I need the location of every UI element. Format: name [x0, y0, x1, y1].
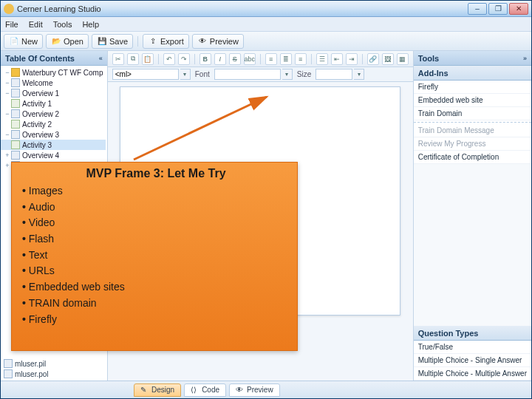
maximize-button[interactable]: ❐	[488, 3, 508, 15]
bold-icon[interactable]: B	[200, 53, 211, 65]
save-button[interactable]: 💾Save	[92, 34, 133, 49]
preview-icon: 👁	[236, 386, 245, 395]
collapse-icon[interactable]: «	[99, 55, 103, 62]
callout-item: Embedded web sites	[22, 279, 290, 296]
new-button[interactable]: 📄New	[4, 34, 43, 49]
export-button[interactable]: ⇪Export	[143, 34, 189, 49]
page-icon	[11, 130, 20, 139]
ml-input[interactable]	[112, 69, 179, 80]
table-icon[interactable]: ▦	[397, 53, 409, 65]
tools-header: Tools »	[414, 51, 531, 66]
qtype-item[interactable]: Multiple Choice - Multiple Answer	[414, 367, 531, 381]
callout-overlay: MVP Frame 3: Let Me Try Images Audio Vid…	[11, 162, 298, 351]
link-icon[interactable]: 🔗	[367, 53, 379, 65]
app-icon	[4, 4, 14, 14]
task-file[interactable]: mluser.pil	[2, 358, 50, 369]
paste-icon[interactable]: 📋	[142, 53, 154, 65]
italic-icon[interactable]: I	[214, 53, 226, 65]
chevron-down-icon[interactable]: ▾	[180, 69, 191, 80]
addin-item[interactable]: Train Domain	[414, 107, 531, 120]
undo-icon[interactable]: ↶	[163, 53, 175, 65]
list-icon[interactable]: ☰	[316, 53, 328, 65]
view-tab-code[interactable]: ⟨⟩Code	[184, 383, 226, 397]
callout-item: Firefly	[22, 312, 290, 328]
open-button[interactable]: 📂Open	[46, 34, 89, 49]
menu-file[interactable]: File	[5, 20, 18, 29]
abc-icon[interactable]: abc	[244, 53, 256, 65]
font-toolbar: ▾ Font ▾ Size ▾	[108, 67, 413, 82]
chevron-down-icon[interactable]: ▾	[354, 69, 364, 80]
strike-icon[interactable]: S	[229, 53, 241, 65]
design-icon: ✎	[140, 386, 149, 395]
tree-node[interactable]: −Overview 3	[1, 129, 106, 140]
qtype-item[interactable]: Multiple Choice - Single Answer	[414, 354, 531, 367]
addin-item[interactable]: Firefly	[414, 81, 531, 94]
tree-node[interactable]: Activity 2	[1, 119, 106, 129]
menu-help[interactable]: Help	[82, 20, 99, 29]
app-window: Cerner Learning Studio – ❐ ✕ File Edit T…	[0, 0, 532, 399]
tree-project[interactable]: −Waterbury CT WF Comp	[1, 67, 106, 78]
separator	[158, 54, 159, 64]
callout-title: MVP Frame 3: Let Me Try	[22, 167, 290, 180]
callout-item: Video	[22, 215, 290, 231]
collapse-icon[interactable]: »	[523, 55, 527, 62]
close-button[interactable]: ✕	[509, 3, 528, 15]
menu-edit[interactable]: Edit	[29, 20, 43, 29]
ml-combo[interactable]: ▾	[112, 69, 191, 80]
task-files: mluser.pil mluser.pol	[2, 358, 50, 379]
callout-item: TRAIN domain	[22, 296, 290, 312]
tree-node[interactable]: −Overview 2	[1, 109, 106, 119]
font-input[interactable]	[214, 69, 281, 80]
page-icon	[11, 151, 20, 160]
window-title: Cerner Learning Studio	[17, 4, 101, 13]
preview-button[interactable]: 👁Preview	[192, 34, 244, 49]
qtypes-list: True/False Multiple Choice - Single Answ…	[414, 341, 531, 381]
indent-icon[interactable]: ⇥	[346, 53, 358, 65]
callout-item: Audio	[22, 200, 290, 216]
chevron-down-icon[interactable]: ▾	[282, 69, 293, 80]
page-icon	[11, 109, 20, 118]
toolbar-separator	[137, 36, 138, 47]
tree-node-selected[interactable]: Activity 3	[1, 140, 106, 150]
view-tab-preview[interactable]: 👁Preview	[229, 383, 280, 397]
toc-title: Table Of Contents	[5, 54, 75, 63]
size-combo[interactable]: ▾	[316, 69, 364, 80]
redo-icon[interactable]: ↷	[178, 53, 190, 65]
cut-icon[interactable]: ✂	[112, 53, 124, 65]
separator	[260, 54, 261, 64]
addin-item[interactable]: Embedded web site	[414, 94, 531, 107]
copy-icon[interactable]: ⧉	[127, 53, 139, 65]
open-icon: 📂	[51, 36, 61, 47]
tree-node[interactable]: +Overview 4	[1, 150, 106, 160]
tree-node[interactable]: −Welcome	[1, 78, 106, 88]
image-icon[interactable]: 🖼	[382, 53, 394, 65]
separator	[311, 54, 312, 64]
qtype-item[interactable]: True/False	[414, 341, 531, 354]
size-input[interactable]	[316, 69, 352, 80]
callout-item: Text	[22, 248, 290, 264]
new-icon: 📄	[9, 36, 19, 47]
tree-node[interactable]: −Overview 1	[1, 88, 106, 98]
font-combo[interactable]: ▾	[214, 69, 293, 80]
page-icon	[11, 89, 20, 98]
minimize-button[interactable]: –	[468, 3, 487, 15]
view-tab-design[interactable]: ✎Design	[134, 383, 181, 397]
save-icon: 💾	[97, 36, 107, 47]
task-file[interactable]: mluser.pol	[2, 369, 50, 379]
addin-item[interactable]: Certificate of Completion	[414, 151, 531, 164]
callout-item: Images	[22, 183, 290, 200]
addin-item[interactable]: Train Domain Message	[414, 124, 531, 137]
qtypes-title: Question Types	[418, 329, 479, 338]
menu-tools[interactable]: Tools	[53, 20, 72, 29]
activity-icon	[11, 120, 20, 129]
addin-item[interactable]: Review My Progress	[414, 137, 531, 151]
titlebar: Cerner Learning Studio – ❐ ✕	[1, 1, 531, 17]
font-label: Font	[195, 70, 210, 78]
align-center-icon[interactable]: ≣	[280, 53, 292, 65]
tools-title: Tools	[418, 54, 440, 63]
align-left-icon[interactable]: ≡	[265, 53, 277, 65]
outdent-icon[interactable]: ⇤	[331, 53, 343, 65]
align-right-icon[interactable]: ≡	[295, 53, 307, 65]
file-icon	[4, 369, 13, 378]
tree-node[interactable]: Activity 1	[1, 98, 106, 109]
